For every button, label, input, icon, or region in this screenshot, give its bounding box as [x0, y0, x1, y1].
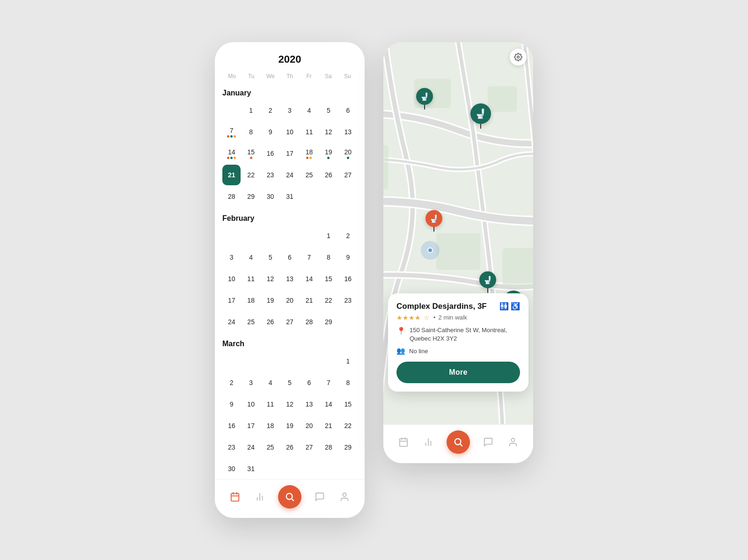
cal-day-2-31[interactable]: 31	[242, 458, 260, 479]
cal-day-2-21[interactable]: 21	[319, 415, 337, 436]
cal-day-1-9[interactable]: 9	[339, 247, 357, 268]
cal-day-1-16[interactable]: 16	[339, 269, 357, 289]
cal-day-2-28[interactable]: 28	[319, 437, 337, 458]
cal-day-2-18[interactable]: 18	[261, 415, 279, 436]
cal-day-1-21[interactable]: 21	[300, 290, 318, 311]
cal-day-0-19[interactable]: 19	[319, 143, 337, 164]
cal-day-0-7[interactable]: 7	[222, 122, 241, 142]
cal-day-0-3[interactable]: 3	[280, 100, 299, 121]
cal-day-2-4[interactable]: 4	[261, 372, 279, 393]
cal-day-2-20[interactable]: 20	[300, 415, 318, 436]
nav-calendar-icon[interactable]	[228, 490, 242, 503]
cal-day-1-13[interactable]: 13	[280, 269, 299, 289]
cal-day-2-7[interactable]: 7	[319, 372, 337, 393]
cal-day-1-8[interactable]: 8	[319, 247, 337, 268]
cal-day-1-15[interactable]: 15	[319, 269, 337, 289]
cal-day-0-1[interactable]: 1	[242, 100, 260, 121]
cal-day-1-17[interactable]: 17	[222, 290, 241, 311]
more-button[interactable]: More	[396, 362, 520, 383]
cal-day-1-24[interactable]: 24	[222, 312, 241, 332]
cal-day-2-16[interactable]: 16	[222, 415, 241, 436]
cal-day-1-1[interactable]: 1	[319, 225, 337, 246]
cal-day-1-5[interactable]: 5	[261, 247, 279, 268]
nav-profile-icon[interactable]	[338, 490, 351, 503]
cal-day-1-7[interactable]: 7	[300, 247, 318, 268]
cal-day-0-15[interactable]: 15	[242, 143, 260, 164]
cal-day-0-31[interactable]: 31	[280, 186, 299, 207]
cal-day-2-27[interactable]: 27	[300, 437, 318, 458]
cal-day-2-10[interactable]: 10	[242, 394, 260, 415]
cal-day-2-22[interactable]: 22	[339, 415, 357, 436]
cal-day-1-10[interactable]: 10	[222, 269, 241, 289]
cal-day-0-18[interactable]: 18	[300, 143, 318, 164]
cal-day-0-4[interactable]: 4	[300, 100, 318, 121]
cal-day-2-11[interactable]: 11	[261, 394, 279, 415]
cal-day-1-22[interactable]: 22	[319, 290, 337, 311]
cal-day-1-20[interactable]: 20	[280, 290, 299, 311]
cal-day-2-25[interactable]: 25	[261, 437, 279, 458]
cal-day-2-29[interactable]: 29	[339, 437, 357, 458]
cal-day-2-30[interactable]: 30	[222, 458, 241, 479]
cal-day-2-24[interactable]: 24	[242, 437, 260, 458]
nav-chart-icon-right[interactable]	[422, 436, 435, 449]
cal-day-1-18[interactable]: 18	[242, 290, 260, 311]
cal-day-1-28[interactable]: 28	[300, 312, 318, 332]
cal-day-2-1[interactable]: 1	[339, 351, 357, 371]
cal-day-2-26[interactable]: 26	[280, 437, 299, 458]
cal-day-0-16[interactable]: 16	[261, 143, 279, 164]
cal-day-0-11[interactable]: 11	[300, 122, 318, 142]
cal-day-2-17[interactable]: 17	[242, 415, 260, 436]
cal-day-2-15[interactable]: 15	[339, 394, 357, 415]
cal-day-0-6[interactable]: 6	[339, 100, 357, 121]
cal-day-1-11[interactable]: 11	[242, 269, 260, 289]
cal-day-0-21[interactable]: 21	[222, 165, 241, 185]
map-settings-button[interactable]	[510, 49, 527, 65]
toilet-marker-1[interactable]: 🚽	[416, 88, 433, 109]
cal-day-0-26[interactable]: 26	[319, 165, 337, 185]
cal-day-1-12[interactable]: 12	[261, 269, 279, 289]
cal-day-2-12[interactable]: 12	[280, 394, 299, 415]
cal-day-0-17[interactable]: 17	[280, 143, 299, 164]
cal-day-2-8[interactable]: 8	[339, 372, 357, 393]
cal-day-0-28[interactable]: 28	[222, 186, 241, 207]
nav-chat-icon[interactable]	[313, 490, 326, 503]
cal-day-0-22[interactable]: 22	[242, 165, 260, 185]
cal-day-2-14[interactable]: 14	[319, 394, 337, 415]
cal-day-0-30[interactable]: 30	[261, 186, 279, 207]
toilet-marker-2[interactable]: 🚽	[470, 103, 491, 129]
nav-calendar-icon-right[interactable]	[397, 436, 410, 449]
toilet-marker-3[interactable]: 🚽	[425, 210, 442, 232]
cal-day-1-6[interactable]: 6	[280, 247, 299, 268]
cal-day-0-8[interactable]: 8	[242, 122, 260, 142]
cal-day-0-9[interactable]: 9	[261, 122, 279, 142]
cal-day-1-26[interactable]: 26	[261, 312, 279, 332]
cal-day-2-9[interactable]: 9	[222, 394, 241, 415]
toilet-marker-4[interactable]: 🚽	[479, 271, 496, 293]
cal-day-0-25[interactable]: 25	[300, 165, 318, 185]
cal-day-1-27[interactable]: 27	[280, 312, 299, 332]
cal-day-1-19[interactable]: 19	[261, 290, 279, 311]
cal-day-0-27[interactable]: 27	[339, 165, 357, 185]
cal-day-0-14[interactable]: 14	[222, 143, 241, 164]
nav-profile-icon-right[interactable]	[506, 436, 520, 449]
cal-day-0-5[interactable]: 5	[319, 100, 337, 121]
cal-day-1-25[interactable]: 25	[242, 312, 260, 332]
cal-day-1-23[interactable]: 23	[339, 290, 357, 311]
cal-day-2-6[interactable]: 6	[300, 372, 318, 393]
cal-day-0-10[interactable]: 10	[280, 122, 299, 142]
cal-day-0-23[interactable]: 23	[261, 165, 279, 185]
cal-day-0-13[interactable]: 13	[339, 122, 357, 142]
cal-day-2-2[interactable]: 2	[222, 372, 241, 393]
cal-day-0-2[interactable]: 2	[261, 100, 279, 121]
cal-day-1-4[interactable]: 4	[242, 247, 260, 268]
cal-day-2-23[interactable]: 23	[222, 437, 241, 458]
cal-day-2-19[interactable]: 19	[280, 415, 299, 436]
cal-day-2-13[interactable]: 13	[300, 394, 318, 415]
cal-day-0-29[interactable]: 29	[242, 186, 260, 207]
nav-search-button-left[interactable]	[278, 485, 301, 509]
cal-day-1-14[interactable]: 14	[300, 269, 318, 289]
cal-day-1-3[interactable]: 3	[222, 247, 241, 268]
nav-search-button-right[interactable]	[447, 430, 470, 454]
cal-day-0-20[interactable]: 20	[339, 143, 357, 164]
nav-chat-icon-right[interactable]	[482, 436, 495, 449]
